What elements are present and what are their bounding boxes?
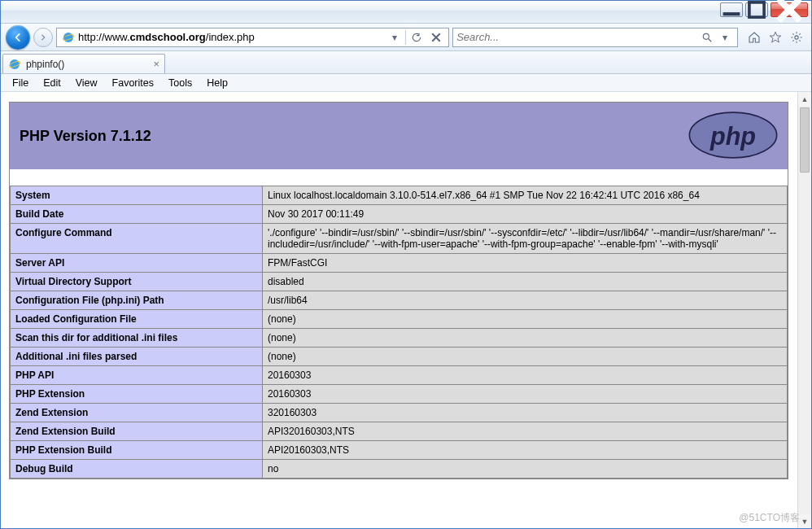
- config-key: Configuration File (php.ini) Path: [11, 291, 263, 309]
- table-row: Configuration File (php.ini) Path/usr/li…: [11, 291, 788, 309]
- config-value: Linux localhost.localdomain 3.10.0-514.e…: [263, 186, 788, 204]
- search-box[interactable]: ▾: [452, 28, 738, 47]
- config-key: PHP Extension: [11, 384, 263, 403]
- tab-bar: phpinfo() ×: [1, 51, 811, 74]
- config-key: Scan this dir for additional .ini files: [11, 328, 263, 347]
- ie-icon: [62, 31, 75, 44]
- table-row: Zend Extension320160303: [11, 403, 788, 422]
- config-key: Loaded Configuration File: [11, 309, 263, 328]
- config-key: Server API: [11, 253, 263, 272]
- table-row: Loaded Configuration File(none): [11, 309, 788, 328]
- search-input[interactable]: [456, 31, 698, 43]
- config-value: 320160303: [263, 403, 788, 422]
- svg-point-5: [703, 33, 709, 39]
- address-bar[interactable]: http://www.cmdschool.org/index.php ▾: [56, 28, 449, 47]
- tab-phpinfo[interactable]: phpinfo() ×: [2, 54, 165, 73]
- table-row: Debug Buildno: [11, 459, 788, 478]
- phpinfo-table: SystemLinux localhost.localdomain 3.10.0…: [10, 169, 788, 479]
- table-row: PHP Extension20160303: [11, 384, 788, 403]
- config-value: API320160303,NTS: [263, 422, 788, 440]
- config-key: PHP API: [11, 365, 263, 384]
- ie-icon: [8, 58, 21, 71]
- stop-icon[interactable]: [427, 29, 445, 46]
- close-button[interactable]: [771, 2, 808, 17]
- svg-text:php: php: [709, 122, 756, 151]
- search-icon[interactable]: [698, 29, 716, 46]
- scroll-track[interactable]: [798, 106, 811, 514]
- config-key: Zend Extension Build: [11, 422, 263, 440]
- config-key: PHP Extension Build: [11, 440, 263, 459]
- config-value: './configure' '--bindir=/usr/sbin/' '--s…: [263, 223, 788, 253]
- table-row: Scan this dir for additional .ini files(…: [11, 328, 788, 347]
- table-row: Configure Command'./configure' '--bindir…: [11, 223, 788, 253]
- svg-point-7: [795, 35, 798, 38]
- menu-item-view[interactable]: View: [69, 76, 104, 90]
- config-key: Additional .ini files parsed: [11, 347, 263, 365]
- config-key: Configure Command: [11, 223, 263, 253]
- config-key: System: [11, 186, 263, 204]
- menu-item-file[interactable]: File: [6, 76, 35, 90]
- scroll-down-icon[interactable]: ▼: [798, 514, 811, 528]
- phpinfo-header: PHP Version 7.1.12 php: [10, 103, 788, 169]
- svg-line-6: [709, 38, 712, 42]
- config-value: FPM/FastCGI: [263, 253, 788, 272]
- browser-window: http://www.cmdschool.org/index.php ▾ ▾: [0, 0, 812, 529]
- dropdown-icon[interactable]: ▾: [386, 29, 404, 46]
- navigation-bar: http://www.cmdschool.org/index.php ▾ ▾: [1, 24, 811, 51]
- url-text: http://www.cmdschool.org/index.php: [78, 31, 386, 43]
- minimize-button[interactable]: [720, 2, 743, 17]
- refresh-icon[interactable]: [408, 29, 426, 46]
- window-titlebar: [1, 1, 811, 24]
- toolbar-icons: [741, 28, 806, 46]
- table-row: Virtual Directory Supportdisabled: [11, 272, 788, 291]
- back-button[interactable]: [6, 25, 30, 50]
- config-key: Virtual Directory Support: [11, 272, 263, 291]
- forward-button[interactable]: [33, 28, 53, 47]
- menu-item-edit[interactable]: Edit: [37, 76, 68, 90]
- svg-point-8: [10, 59, 20, 69]
- config-value: (none): [263, 347, 788, 365]
- menu-item-help[interactable]: Help: [200, 76, 234, 90]
- content-viewport: PHP Version 7.1.12 php SystemLinux local…: [1, 92, 811, 528]
- config-value: 20160303: [263, 365, 788, 384]
- menu-item-favorites[interactable]: Favorites: [106, 76, 160, 90]
- php-logo: php: [688, 111, 778, 161]
- config-key: Build Date: [11, 204, 263, 223]
- scroll-thumb[interactable]: [800, 107, 810, 173]
- table-row: Build DateNov 30 2017 00:11:49: [11, 204, 788, 223]
- config-value: 20160303: [263, 384, 788, 403]
- tab-label: phpinfo(): [26, 59, 64, 70]
- menu-bar: FileEditViewFavoritesToolsHelp: [1, 74, 811, 92]
- search-dropdown-icon[interactable]: ▾: [716, 29, 734, 46]
- config-value: Nov 30 2017 00:11:49: [263, 204, 788, 223]
- table-row: Zend Extension BuildAPI320160303,NTS: [11, 422, 788, 440]
- svg-rect-1: [749, 2, 764, 17]
- table-row: Additional .ini files parsed(none): [11, 347, 788, 365]
- page-content: PHP Version 7.1.12 php SystemLinux local…: [1, 92, 797, 528]
- phpinfo-container: PHP Version 7.1.12 php SystemLinux local…: [9, 102, 788, 479]
- window-buttons: [720, 1, 811, 17]
- maximize-button[interactable]: [745, 2, 768, 17]
- svg-rect-4: [64, 37, 72, 38]
- tools-icon[interactable]: [787, 28, 806, 46]
- config-key: Zend Extension: [11, 403, 263, 422]
- config-key: Debug Build: [11, 459, 263, 478]
- table-row: Server APIFPM/FastCGI: [11, 253, 788, 272]
- table-row: SystemLinux localhost.localdomain 3.10.0…: [11, 186, 788, 204]
- config-value: (none): [263, 328, 788, 347]
- menu-item-tools[interactable]: Tools: [162, 76, 199, 90]
- table-row: PHP Extension BuildAPI20160303,NTS: [11, 440, 788, 459]
- tab-close-icon[interactable]: ×: [153, 58, 159, 70]
- scroll-up-icon[interactable]: ▲: [798, 92, 811, 106]
- vertical-scrollbar[interactable]: ▲ ▼: [797, 92, 811, 528]
- home-icon[interactable]: [744, 28, 764, 46]
- phpinfo-title: PHP Version 7.1.12: [20, 128, 688, 145]
- config-value: API20160303,NTS: [263, 440, 788, 459]
- favorites-icon[interactable]: [766, 28, 785, 46]
- config-value: disabled: [263, 272, 788, 291]
- config-value: no: [263, 459, 788, 478]
- config-value: (none): [263, 309, 788, 328]
- config-value: /usr/lib64: [263, 291, 788, 309]
- table-row: PHP API20160303: [11, 365, 788, 384]
